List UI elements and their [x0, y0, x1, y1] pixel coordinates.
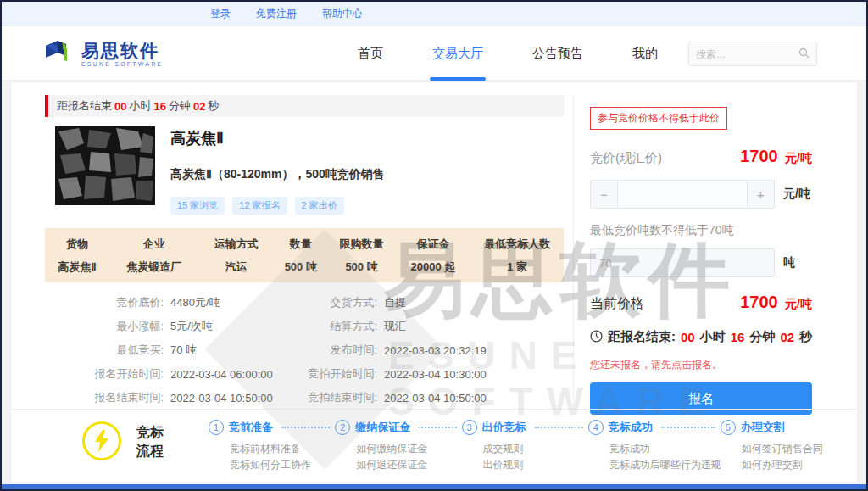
process-flow: 竞标 流程 1 竞前准备 竞标前材料准备 竞标如何分工协作	[11, 418, 857, 477]
countdown-label: 距报名结束	[57, 98, 112, 114]
countdown-strip: 距报名结束 00 小时 16 分钟 02 秒	[45, 95, 564, 117]
views-badge: 15 家浏览	[170, 197, 225, 215]
bid-amount-input[interactable]	[618, 181, 747, 208]
details-middle: 交货方式:自提 结算方式:现汇 发布时间:2022-03-03 20:32:19…	[284, 291, 487, 410]
current-price-value: 1700	[740, 293, 778, 311]
search-box[interactable]	[688, 42, 817, 66]
step-title[interactable]: 竞标成功	[609, 420, 653, 435]
step-title[interactable]: 竞前准备	[229, 420, 273, 435]
step-link[interactable]: 竞标成功	[609, 441, 721, 457]
countdown-hours: 00	[114, 100, 126, 113]
dotted-connector	[535, 427, 583, 428]
bidders-badge: 2 家出价	[295, 197, 344, 215]
summary-col-deposit: 保证金 20000 起	[396, 237, 471, 275]
product-subtitle: 高炭焦Ⅱ（80-120mm），500吨竞价销售	[170, 167, 385, 182]
bid-price-row: 竞价(现汇价) 1700 元/吨	[590, 147, 812, 166]
flow-step-2: 2 缴纳保证金 如何缴纳保证金 如何退还保证金	[335, 420, 461, 473]
countdown-minutes: 16	[153, 100, 165, 113]
detail-row: 报名开始时间:2022-03-04 06:00:00	[52, 362, 273, 386]
min-tons-note: 最低竞价吨数不得低于70吨	[590, 223, 823, 238]
detail-row: 结算方式:现汇	[284, 315, 487, 338]
step-link[interactable]: 成交规则	[483, 441, 588, 457]
step-number-badge: 3	[462, 420, 477, 435]
step-link[interactable]: 竞标成功后哪些行为违规	[609, 457, 721, 473]
lightning-icon	[82, 421, 121, 460]
flow-steps: 1 竞前准备 竞标前材料准备 竞标如何分工协作 2 缴纳保证金	[209, 420, 847, 473]
current-price-unit: 元/吨	[785, 297, 812, 310]
summary-col-quantity: 数量 500 吨	[274, 237, 327, 275]
summary-col-company: 企业 焦炭锻造厂	[109, 237, 199, 275]
logo[interactable]: 易思软件 ESUNE SOFTWARE	[41, 36, 163, 73]
product-image	[55, 126, 155, 205]
login-link[interactable]: 登录	[210, 7, 231, 21]
nav-trading-hall[interactable]: 交易大厅	[432, 26, 483, 81]
footer-bar	[2, 484, 866, 489]
section-divider	[11, 409, 857, 410]
tons-unit-label: 吨	[783, 255, 795, 271]
flow-step-3: 3 出价竞标 成交规则 出价规则	[462, 420, 588, 473]
step-title[interactable]: 出价竞标	[482, 420, 526, 435]
current-price-row: 当前价格 1700 元/吨	[590, 293, 812, 313]
flow-step-5: 5 办理交割 如何签订销售合同 如何办理交割	[721, 420, 847, 473]
step-title[interactable]: 办理交割	[741, 420, 785, 435]
step-number-badge: 2	[335, 420, 350, 435]
dotted-connector	[281, 427, 330, 428]
flow-step-4: 4 竞标成功 竞标成功 竞标成功后哪些行为违规	[588, 420, 721, 473]
clock-icon	[590, 330, 603, 345]
logo-subtext: ESUNE SOFTWARE	[81, 61, 163, 67]
stepper-unit-label: 元/吨	[783, 187, 810, 202]
bid-amount-stepper: − +	[590, 180, 775, 209]
summary-strip: 货物 高炭焦Ⅱ 企业 焦炭锻造厂 运输方式 汽运 数量 500 吨 限购数量 5…	[45, 228, 564, 282]
nav-announcements[interactable]: 公告预告	[532, 26, 583, 81]
detail-row: 最小涨幅:5元/次吨	[52, 315, 273, 338]
decrement-button[interactable]: −	[591, 181, 618, 208]
deadline-row: 距报名结束: 00小时 16分钟 02秒	[590, 329, 823, 345]
current-price-label: 当前价格	[590, 295, 644, 313]
nav-home[interactable]: 首页	[358, 26, 383, 81]
register-bid-button[interactable]: 报名	[590, 382, 812, 415]
step-link[interactable]: 竞标如何分工协作	[230, 457, 335, 473]
dotted-connector	[419, 427, 456, 428]
tons-row: 吨	[590, 248, 823, 277]
flow-title: 竞标 流程	[136, 423, 164, 460]
header: 易思软件 ESUNE SOFTWARE 首页 交易大厅 公告预告 我的	[2, 26, 866, 81]
deadline-label: 距报名结束:	[608, 329, 676, 345]
bid-stepper-row: − + 元/吨	[590, 180, 823, 209]
logo-text: 易思软件	[81, 42, 163, 59]
flow-step-1: 1 竞前准备 竞标前材料准备 竞标如何分工协作	[209, 420, 335, 473]
step-link[interactable]: 竞标前材料准备	[230, 441, 335, 457]
step-number-badge: 1	[209, 420, 224, 435]
price-floor-notice: 参与竞价价格不得低于此价	[590, 107, 727, 130]
register-link[interactable]: 免费注册	[256, 7, 297, 21]
nav-my[interactable]: 我的	[632, 26, 658, 81]
logo-cube-icon	[41, 36, 75, 73]
help-center-link[interactable]: 帮助中心	[322, 7, 363, 21]
step-link[interactable]: 如何退还保证金	[356, 457, 461, 473]
detail-row: 报名结束时间:2022-03-04 10:50:00	[52, 386, 273, 410]
step-link[interactable]: 如何办理交割	[742, 457, 847, 473]
step-link[interactable]: 如何签订销售合同	[742, 441, 847, 457]
step-link[interactable]: 如何缴纳保证金	[356, 441, 461, 457]
dotted-connector	[661, 427, 715, 428]
detail-row: 发布时间:2022-03-03 20:32:19	[284, 338, 487, 362]
increment-button[interactable]: +	[747, 181, 774, 208]
step-title[interactable]: 缴纳保证金	[355, 420, 410, 435]
search-input[interactable]	[696, 48, 798, 60]
page: 登录 免费注册 帮助中心 易思软件 ESUNE SOFTWARE 首页 交易	[0, 0, 868, 491]
main-card: 距报名结束 00 小时 16 分钟 02 秒	[10, 81, 858, 483]
summary-col-transport: 运输方式 汽运	[198, 237, 274, 275]
product-section: 高炭焦Ⅱ 高炭焦Ⅱ（80-120mm），500吨竞价销售 15 家浏览 12 家…	[55, 126, 385, 215]
signups-badge: 12 家报名	[232, 197, 287, 215]
topbar: 登录 免费注册 帮助中心	[2, 2, 866, 26]
search-icon[interactable]	[798, 47, 810, 62]
tons-input[interactable]	[591, 249, 774, 276]
product-title: 高炭焦Ⅱ	[170, 128, 385, 148]
product-tags: 15 家浏览 12 家报名 2 家出价	[170, 197, 385, 215]
detail-row: 交货方式:自提	[284, 291, 487, 315]
bid-panel: 参与竞价价格不得低于此价 竞价(现汇价) 1700 元/吨 − + 元/吨 最低…	[573, 95, 823, 407]
bid-price-label: 竞价(现汇价)	[590, 150, 662, 166]
step-link[interactable]: 出价规则	[483, 457, 588, 473]
countdown-seconds: 02	[193, 100, 205, 113]
detail-row: 竞拍结束时间:2022-03-04 10:50:00	[284, 386, 487, 410]
main-nav: 首页 交易大厅 公告预告 我的	[358, 26, 658, 81]
